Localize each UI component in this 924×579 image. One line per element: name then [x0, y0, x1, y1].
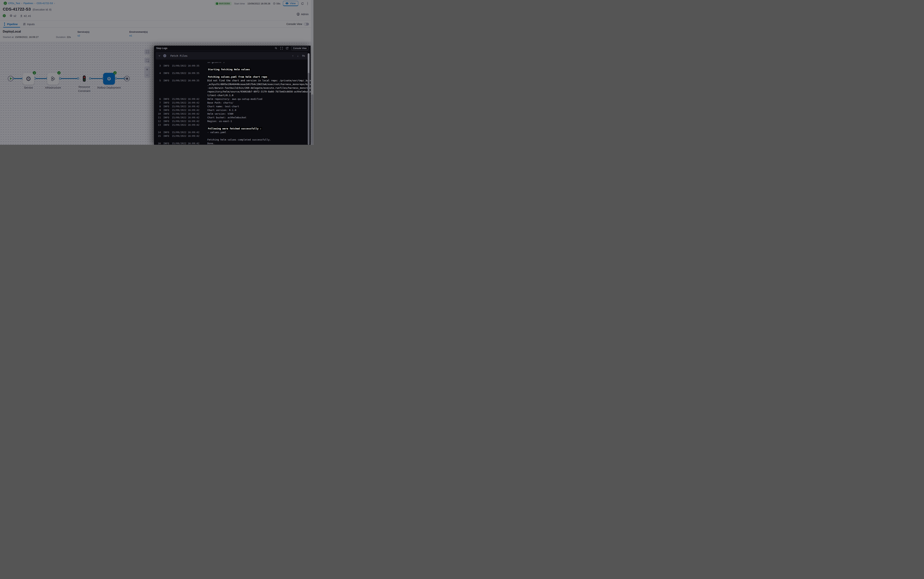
refresh-button[interactable] [301, 2, 304, 5]
log-timestamp: 15/09/2022 16:09:42 [172, 101, 207, 105]
node-service[interactable] [23, 73, 34, 85]
node-resource-constraint[interactable] [83, 75, 86, 82]
log-line-number: 13 [154, 123, 161, 127]
log-line: Fetching helm values completed successfu… [154, 138, 311, 142]
log-timestamp: 15/09/2022 16:09:42 [172, 119, 207, 123]
selection-icon [146, 59, 149, 62]
service-tag[interactable]: s2 [10, 14, 16, 17]
stage-summary-bar: DeployLocal Started at: 15/09/2022, 16:0… [0, 28, 313, 42]
page-scrollbar[interactable] [311, 0, 313, 145]
environments-tag[interactable]: e2, e1 [20, 14, 31, 17]
log-message: Chart name: test-chart [207, 105, 311, 108]
log-level: INFO [163, 108, 172, 112]
page-scrollbar-thumb[interactable] [311, 94, 313, 145]
breadcrumb-pipeline-name[interactable]: CDS-41722-S3 [37, 2, 53, 5]
edge-infra-constraint [60, 78, 78, 79]
log-content[interactable]: in gitHTTP )3INFO15/09/2022 16:09:35Star… [154, 59, 311, 145]
canvas-fit-selection-button[interactable] [144, 58, 150, 63]
pipeline-end-node [124, 76, 130, 81]
log-line-number: 9 [154, 108, 161, 112]
service-node-gear-icon [26, 75, 31, 82]
zoom-out-icon[interactable] [146, 72, 148, 78]
log-message: _achyuth/d605e19b46448ceaacb01fb4c19633a… [207, 82, 311, 86]
log-scrollbar-thumb[interactable] [308, 73, 310, 145]
start-time-label: Start time [234, 2, 245, 5]
log-level: INFO [163, 101, 172, 105]
canvas-fullscreen-button[interactable] [144, 49, 150, 54]
log-level: INFO [163, 71, 172, 75]
breadcrumb-chevron-icon[interactable]: › [54, 2, 55, 5]
log-message: Helm repository: aws-qa-setup-modified [207, 97, 311, 101]
log-level [163, 86, 172, 90]
log-section-fetch-files[interactable]: Fetch Files 9s [156, 52, 308, 59]
log-line: 3INFO15/09/2022 16:09:35 [154, 64, 311, 68]
user-menu[interactable]: Admin [297, 13, 309, 16]
chevron-down-icon[interactable] [158, 54, 161, 57]
tab-inputs[interactable]: Inputs [23, 23, 35, 26]
status-badge: SUCCESS [215, 2, 232, 5]
log-timestamp [172, 90, 207, 93]
svg-text:∞: ∞ [5, 2, 6, 4]
more-options-button[interactable] [307, 2, 309, 5]
log-line-number [154, 75, 161, 79]
log-expand-button[interactable] [280, 47, 283, 49]
log-timestamp: 15/09/2022 16:09:42 [172, 97, 207, 101]
log-open-external-button[interactable] [286, 47, 289, 49]
log-line: Following were fetched successfully : [154, 127, 311, 131]
log-line-number: 3 [154, 64, 161, 68]
service-gear-icon [10, 14, 12, 17]
breadcrumb-pipelines[interactable]: Pipelines [23, 2, 33, 5]
scroll-to-bottom-icon[interactable] [297, 54, 299, 57]
console-view-toggle[interactable] [304, 23, 309, 26]
log-line-number [154, 138, 161, 142]
log-level: INFO [163, 116, 172, 119]
log-line: 10INFO15/09/2022 16:09:42Helm version: V… [154, 112, 311, 116]
log-message: Following were fetched successfully : [207, 127, 311, 131]
pipeline-start-node[interactable] [8, 76, 13, 81]
log-line: _achyuth/d605e19b46448ceaacb01fb4c19633a… [154, 82, 311, 86]
edge-constraint-rollout [90, 78, 103, 79]
log-line-number: 10 [154, 112, 161, 116]
log-timestamp: 15/09/2022 16:09:42 [172, 134, 207, 138]
log-timestamp: 15/09/2022 16:09:42 [172, 131, 207, 134]
log-lines: in gitHTTP )3INFO15/09/2022 16:09:35Star… [154, 62, 311, 145]
service-link[interactable]: s2 [77, 34, 90, 37]
log-line: 11INFO15/09/2022 16:09:42Chart bucket: a… [154, 116, 311, 119]
log-line-number: 12 [154, 119, 161, 123]
environments-column: Environment(s) e1 [129, 31, 148, 37]
log-level [163, 93, 172, 97]
breadcrumb-separator-icon: › [21, 2, 22, 5]
log-message [207, 71, 311, 75]
scroll-to-top-icon[interactable] [292, 54, 294, 57]
environment-link[interactable]: e1 [129, 34, 148, 37]
start-time-value: 15/09/2022 16:09:26 [247, 2, 270, 5]
environments-icon [20, 14, 23, 17]
drawer-divider [154, 51, 311, 51]
console-view-button[interactable]: Console View [291, 46, 309, 50]
log-line-number: 11 [154, 116, 161, 119]
elapsed-time: 59s [273, 2, 281, 5]
zoom-in-icon[interactable] [146, 67, 148, 72]
log-level [163, 127, 172, 131]
log-level: INFO [163, 64, 172, 68]
node-rollout-deployment[interactable] [103, 73, 115, 85]
node-infrastructure[interactable] [47, 73, 59, 85]
log-level: INFO [163, 131, 172, 134]
log-timestamp: 15/09/2022 16:09:42 [172, 112, 207, 116]
log-search-button[interactable] [274, 47, 278, 49]
log-message: Helm version: V380 [207, 112, 311, 116]
breadcrumb-project[interactable]: CFDs_Test [8, 2, 20, 5]
port [77, 77, 79, 80]
tab-pipeline[interactable]: Pipeline [3, 23, 18, 26]
eye-icon [286, 2, 289, 5]
log-level: INFO [163, 123, 172, 127]
log-level [163, 90, 172, 93]
traffic-light-green-icon [83, 79, 85, 81]
execution-id: (Execution Id: 8) [33, 8, 52, 11]
port [59, 77, 61, 80]
log-message: Region: us-east-1 [207, 119, 311, 123]
log-line-number: 15 [154, 134, 161, 138]
stage-name[interactable]: DeployLocal [3, 30, 21, 33]
view-compiled-yaml-button[interactable]: View [283, 1, 298, 6]
log-line: 12INFO15/09/2022 16:09:42Region: us-east… [154, 119, 311, 123]
